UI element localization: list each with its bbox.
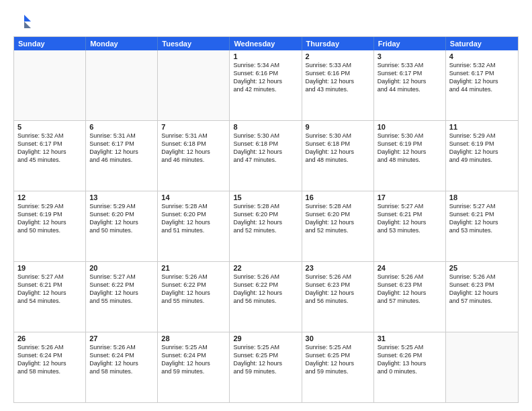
day-cell: 19Sunrise: 5:27 AM Sunset: 6:21 PM Dayli… — [14, 262, 86, 332]
day-cell: 10Sunrise: 5:30 AM Sunset: 6:19 PM Dayli… — [374, 121, 446, 191]
day-cell: 8Sunrise: 5:30 AM Sunset: 6:18 PM Daylig… — [230, 121, 302, 191]
day-cell: 28Sunrise: 5:25 AM Sunset: 6:24 PM Dayli… — [158, 332, 230, 402]
day-number: 12 — [17, 193, 82, 201]
day-cell — [14, 50, 86, 120]
day-number: 13 — [89, 193, 154, 201]
day-cell: 29Sunrise: 5:25 AM Sunset: 6:25 PM Dayli… — [230, 332, 302, 402]
day-number: 5 — [17, 123, 82, 131]
day-info: Sunrise: 5:30 AM Sunset: 6:19 PM Dayligh… — [378, 132, 442, 165]
day-number: 26 — [17, 334, 82, 342]
day-cell: 3Sunrise: 5:33 AM Sunset: 6:17 PM Daylig… — [374, 50, 446, 120]
day-number: 22 — [233, 264, 298, 272]
day-info: Sunrise: 5:26 AM Sunset: 6:22 PM Dayligh… — [161, 273, 226, 306]
day-info: Sunrise: 5:26 AM Sunset: 6:23 PM Dayligh… — [449, 273, 515, 306]
svg-marker-0 — [24, 15, 31, 21]
day-cell: 23Sunrise: 5:26 AM Sunset: 6:23 PM Dayli… — [302, 262, 374, 332]
day-number: 19 — [17, 264, 82, 272]
day-cell: 27Sunrise: 5:26 AM Sunset: 6:24 PM Dayli… — [86, 332, 158, 402]
day-headers: SundayMondayTuesdayWednesdayThursdayFrid… — [14, 37, 518, 50]
day-number: 11 — [449, 123, 515, 131]
day-cell: 12Sunrise: 5:29 AM Sunset: 6:19 PM Dayli… — [14, 191, 86, 261]
day-cell — [158, 50, 230, 120]
day-number: 25 — [449, 264, 515, 272]
day-info: Sunrise: 5:25 AM Sunset: 6:25 PM Dayligh… — [233, 343, 298, 376]
page: SundayMondayTuesdayWednesdayThursdayFrid… — [0, 0, 532, 411]
day-number: 27 — [89, 334, 154, 342]
day-info: Sunrise: 5:25 AM Sunset: 6:26 PM Dayligh… — [378, 343, 442, 376]
day-header-monday: Monday — [86, 37, 158, 50]
day-info: Sunrise: 5:28 AM Sunset: 6:20 PM Dayligh… — [161, 202, 226, 235]
day-info: Sunrise: 5:27 AM Sunset: 6:21 PM Dayligh… — [449, 202, 515, 235]
day-info: Sunrise: 5:26 AM Sunset: 6:24 PM Dayligh… — [89, 343, 154, 376]
day-number: 24 — [378, 264, 442, 272]
day-cell: 6Sunrise: 5:31 AM Sunset: 6:17 PM Daylig… — [86, 121, 158, 191]
day-number: 20 — [89, 264, 154, 272]
day-cell: 20Sunrise: 5:27 AM Sunset: 6:22 PM Dayli… — [86, 262, 158, 332]
logo — [13, 12, 35, 31]
day-info: Sunrise: 5:27 AM Sunset: 6:21 PM Dayligh… — [378, 202, 442, 235]
calendar: SundayMondayTuesdayWednesdayThursdayFrid… — [13, 36, 519, 403]
day-number: 16 — [306, 193, 370, 201]
week-row: 26Sunrise: 5:26 AM Sunset: 6:24 PM Dayli… — [14, 332, 518, 402]
day-number: 8 — [233, 123, 298, 131]
day-header-wednesday: Wednesday — [230, 37, 302, 50]
day-number: 4 — [449, 52, 515, 60]
day-number: 14 — [161, 193, 226, 201]
day-number: 29 — [233, 334, 298, 342]
day-header-sunday: Sunday — [14, 37, 86, 50]
day-info: Sunrise: 5:31 AM Sunset: 6:18 PM Dayligh… — [161, 132, 226, 165]
week-row: 1Sunrise: 5:34 AM Sunset: 6:16 PM Daylig… — [14, 50, 518, 120]
day-header-friday: Friday — [374, 37, 446, 50]
day-header-tuesday: Tuesday — [158, 37, 230, 50]
day-cell: 16Sunrise: 5:28 AM Sunset: 6:20 PM Dayli… — [302, 191, 374, 261]
day-number: 18 — [449, 193, 515, 201]
day-number: 30 — [306, 334, 370, 342]
day-info: Sunrise: 5:33 AM Sunset: 6:17 PM Dayligh… — [378, 61, 442, 94]
day-cell: 14Sunrise: 5:28 AM Sunset: 6:20 PM Dayli… — [158, 191, 230, 261]
day-cell: 5Sunrise: 5:32 AM Sunset: 6:17 PM Daylig… — [14, 121, 86, 191]
day-info: Sunrise: 5:27 AM Sunset: 6:21 PM Dayligh… — [17, 273, 82, 306]
day-info: Sunrise: 5:26 AM Sunset: 6:23 PM Dayligh… — [306, 273, 370, 306]
day-info: Sunrise: 5:31 AM Sunset: 6:17 PM Dayligh… — [89, 132, 154, 165]
day-info: Sunrise: 5:27 AM Sunset: 6:22 PM Dayligh… — [89, 273, 154, 306]
day-number: 9 — [306, 123, 370, 131]
calendar-body: 1Sunrise: 5:34 AM Sunset: 6:16 PM Daylig… — [14, 50, 518, 402]
day-header-saturday: Saturday — [446, 37, 518, 50]
header — [13, 12, 519, 31]
day-cell: 2Sunrise: 5:33 AM Sunset: 6:16 PM Daylig… — [302, 50, 374, 120]
day-number: 31 — [378, 334, 442, 342]
day-info: Sunrise: 5:29 AM Sunset: 6:19 PM Dayligh… — [17, 202, 82, 235]
day-number: 3 — [378, 52, 442, 60]
day-cell: 24Sunrise: 5:26 AM Sunset: 6:23 PM Dayli… — [374, 262, 446, 332]
day-header-thursday: Thursday — [302, 37, 374, 50]
day-number: 10 — [378, 123, 442, 131]
day-cell — [446, 332, 518, 402]
day-number: 15 — [233, 193, 298, 201]
week-row: 12Sunrise: 5:29 AM Sunset: 6:19 PM Dayli… — [14, 191, 518, 261]
day-cell: 26Sunrise: 5:26 AM Sunset: 6:24 PM Dayli… — [14, 332, 86, 402]
day-cell: 1Sunrise: 5:34 AM Sunset: 6:16 PM Daylig… — [230, 50, 302, 120]
day-info: Sunrise: 5:28 AM Sunset: 6:20 PM Dayligh… — [233, 202, 298, 235]
day-cell: 9Sunrise: 5:30 AM Sunset: 6:18 PM Daylig… — [302, 121, 374, 191]
svg-marker-1 — [24, 21, 31, 28]
day-number: 23 — [306, 264, 370, 272]
day-cell: 7Sunrise: 5:31 AM Sunset: 6:18 PM Daylig… — [158, 121, 230, 191]
day-cell — [86, 50, 158, 120]
day-cell: 25Sunrise: 5:26 AM Sunset: 6:23 PM Dayli… — [446, 262, 518, 332]
day-cell: 31Sunrise: 5:25 AM Sunset: 6:26 PM Dayli… — [374, 332, 446, 402]
day-info: Sunrise: 5:26 AM Sunset: 6:23 PM Dayligh… — [378, 273, 442, 306]
day-number: 28 — [161, 334, 226, 342]
day-info: Sunrise: 5:25 AM Sunset: 6:24 PM Dayligh… — [161, 343, 226, 376]
day-number: 17 — [378, 193, 442, 201]
day-info: Sunrise: 5:25 AM Sunset: 6:25 PM Dayligh… — [306, 343, 370, 376]
logo-icon — [13, 12, 32, 31]
day-info: Sunrise: 5:33 AM Sunset: 6:16 PM Dayligh… — [306, 61, 370, 94]
day-info: Sunrise: 5:26 AM Sunset: 6:22 PM Dayligh… — [233, 273, 298, 306]
day-info: Sunrise: 5:26 AM Sunset: 6:24 PM Dayligh… — [17, 343, 82, 376]
day-number: 21 — [161, 264, 226, 272]
day-info: Sunrise: 5:32 AM Sunset: 6:17 PM Dayligh… — [449, 61, 515, 94]
day-cell: 21Sunrise: 5:26 AM Sunset: 6:22 PM Dayli… — [158, 262, 230, 332]
day-number: 1 — [233, 52, 298, 60]
day-cell: 30Sunrise: 5:25 AM Sunset: 6:25 PM Dayli… — [302, 332, 374, 402]
day-number: 6 — [89, 123, 154, 131]
